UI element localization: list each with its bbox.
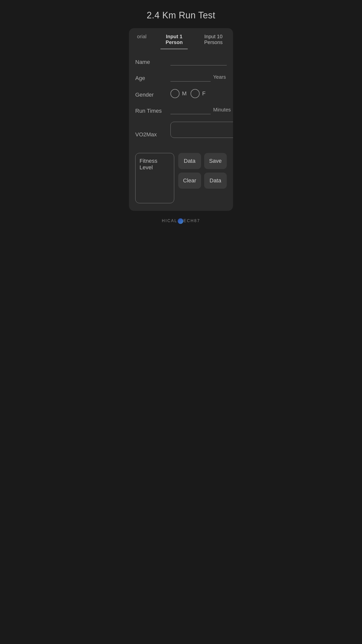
- gender-male-option[interactable]: M: [170, 89, 187, 98]
- run-times-input-area: Minutes: [170, 106, 231, 114]
- name-input[interactable]: [170, 57, 227, 65]
- tab-input-1-person[interactable]: Input 1 Person: [155, 28, 194, 49]
- age-unit: Years: [213, 74, 226, 82]
- bottom-section: Fitness Level Data Save Clear Data: [129, 153, 233, 203]
- name-label: Name: [135, 59, 170, 65]
- age-input[interactable]: [170, 73, 211, 82]
- gender-row: Gender M F: [135, 89, 227, 98]
- action-buttons: Data Save Clear Data: [178, 153, 227, 189]
- button-row-2: Clear Data: [178, 173, 227, 189]
- footer-logo-icon: [178, 218, 183, 224]
- main-card: orial Input 1 Person Input 10 Persons Na…: [129, 28, 233, 211]
- data-button-1[interactable]: Data: [178, 153, 201, 169]
- gender-male-label: M: [182, 90, 187, 97]
- age-label: Age: [135, 75, 170, 82]
- data-button-2[interactable]: Data: [204, 173, 227, 189]
- clear-button[interactable]: Clear: [178, 173, 201, 189]
- gender-options: M F: [170, 89, 227, 98]
- gender-male-radio[interactable]: [170, 89, 179, 98]
- age-row: Age Years: [135, 73, 227, 82]
- vo2max-input[interactable]: [170, 122, 233, 138]
- page-title: 2.4 Km Run Test: [142, 0, 220, 28]
- tab-tutorial[interactable]: orial: [129, 28, 155, 49]
- button-row-1: Data Save: [178, 153, 227, 169]
- name-row: Name: [135, 57, 227, 65]
- fitness-level-label: Fitness Level: [140, 158, 170, 171]
- form-section: Name Age Years Gender M F: [129, 49, 233, 150]
- fitness-level-box: Fitness Level: [135, 153, 174, 203]
- gender-female-radio[interactable]: [191, 89, 200, 98]
- run-times-label: Run Times: [135, 108, 170, 114]
- run-times-row: Run Times Minutes: [135, 106, 227, 114]
- vo2max-row: VO2Max: [135, 122, 227, 138]
- age-input-area: Years: [170, 73, 227, 82]
- footer: HICALECH87: [129, 211, 233, 229]
- tab-input-10-persons[interactable]: Input 10 Persons: [194, 28, 233, 49]
- vo2max-label: VO2Max: [135, 131, 170, 138]
- run-times-unit: Minutes: [213, 107, 231, 114]
- gender-female-option[interactable]: F: [191, 89, 205, 98]
- gender-label: Gender: [135, 92, 170, 98]
- save-button[interactable]: Save: [204, 153, 227, 169]
- run-times-input[interactable]: [170, 106, 211, 114]
- gender-female-label: F: [202, 90, 205, 97]
- tab-bar: orial Input 1 Person Input 10 Persons: [129, 28, 233, 49]
- name-input-area: [170, 57, 227, 65]
